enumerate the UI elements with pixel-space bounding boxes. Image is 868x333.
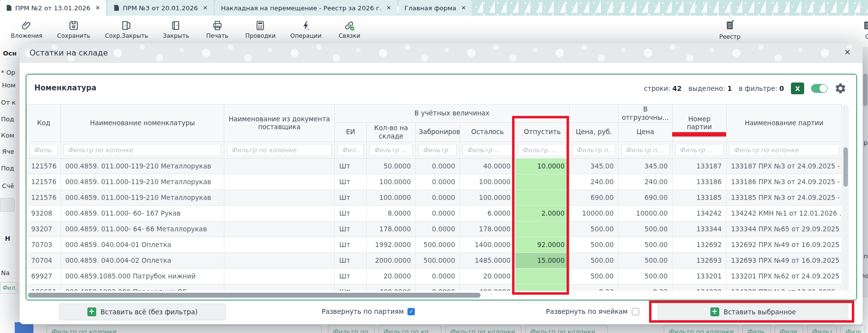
- cell-release[interactable]: [515, 221, 570, 237]
- cell-release[interactable]: [515, 174, 570, 190]
- cell-code[interactable]: 121576: [27, 174, 61, 190]
- insert-selected-button[interactable]: + Вставить выбранное: [658, 304, 848, 320]
- cell-price-rub[interactable]: 8.33: [570, 284, 619, 291]
- toolbar-registry-button[interactable]: Реестр: [719, 19, 740, 40]
- cell-unit[interactable]: Шт: [335, 221, 367, 237]
- cell-qty-stock[interactable]: 100.0000: [367, 174, 416, 190]
- cell-name[interactable]: 000.4859.1085.000 Патрубок нижний: [61, 268, 224, 284]
- filter-input-code[interactable]: [29, 144, 58, 156]
- cell-reserved[interactable]: 0.0000: [416, 158, 460, 174]
- cell-code[interactable]: 121576: [27, 158, 61, 174]
- cell-supplier-name[interactable]: [224, 190, 335, 205]
- cell-supplier-name[interactable]: [224, 237, 335, 252]
- table-row[interactable]: 121576000.4859. 011.000-119-210 Металлор…: [27, 158, 842, 174]
- cell-party-name[interactable]: 132692 ПРХ №49 от 16.09.2025 ...: [727, 237, 842, 252]
- expand-parties-checkbox[interactable]: ✓: [407, 308, 415, 315]
- cell-price-ship[interactable]: 690.00: [619, 190, 673, 205]
- dialog-close-icon[interactable]: ✕: [844, 48, 851, 57]
- cell-remaining[interactable]: 100.0000: [460, 174, 515, 190]
- cell-unit[interactable]: Шт: [335, 205, 367, 221]
- cell-name[interactable]: 000.4859. 011.000-119-210 Металлорукав: [61, 158, 224, 174]
- tab-4[interactable]: Главная форма✕: [399, 0, 472, 16]
- cell-name[interactable]: 000.4859. 011.000- 64- 66 Металлорукав: [61, 221, 224, 237]
- cell-code[interactable]: 93207: [27, 221, 61, 237]
- background-filter-input[interactable]: [807, 325, 837, 333]
- cell-party-number[interactable]: 133185: [673, 190, 727, 205]
- tab-close-icon[interactable]: ✕: [386, 4, 391, 11]
- cell-code[interactable]: 93208: [27, 205, 61, 221]
- cell-price-ship[interactable]: 500.00: [619, 268, 673, 284]
- cell-price-rub[interactable]: 500.00: [570, 268, 619, 284]
- toolbar-close-button[interactable]: Закрыть: [163, 19, 190, 39]
- cell-party-name[interactable]: 134229 ПРХ №2 от 12.01.2026 - ...: [727, 284, 842, 291]
- cell-price-rub[interactable]: 690.00: [570, 190, 619, 205]
- cell-remaining[interactable]: 1400.0000: [460, 237, 515, 252]
- cell-party-name[interactable]: 133344 ПРХ №65 от 29.09.2025 ...: [727, 221, 842, 237]
- cell-party-name[interactable]: 133187 ПРХ №3 от 24.09.2025 - ...: [727, 158, 842, 174]
- cell-release[interactable]: [515, 284, 570, 291]
- tab-close-icon[interactable]: ✕: [461, 4, 466, 11]
- toolbar-cut-off-item-button[interactable]: О: [862, 19, 868, 40]
- cell-remaining[interactable]: 100.0000: [460, 190, 515, 205]
- toolbar-save-and-close-button[interactable]: Сохр.Закрыть: [105, 19, 148, 39]
- toolbar-attachments-button[interactable]: Вложения: [11, 19, 42, 39]
- cell-name[interactable]: 000.4859. 040.004-02 Оплетка: [61, 252, 224, 268]
- table-row[interactable]: 69927000.4859.1085.000 Патрубок нижнийШт…: [27, 268, 842, 284]
- cell-name[interactable]: 000.4859. 011.000-119-210 Металлорукав: [61, 190, 224, 205]
- cell-price-rub[interactable]: 345.00: [570, 158, 619, 174]
- filter-input-qty-stock[interactable]: [369, 144, 413, 156]
- cell-party-number[interactable]: 133344: [673, 221, 727, 237]
- settings-gear-icon[interactable]: [835, 83, 846, 94]
- filter-input-party-name[interactable]: [729, 144, 839, 156]
- filter-toggle[interactable]: [811, 84, 828, 93]
- cell-unit[interactable]: Шт: [335, 237, 367, 252]
- cell-price-ship[interactable]: 8.33: [619, 284, 673, 291]
- cell-supplier-name[interactable]: [224, 252, 335, 268]
- cell-party-number[interactable]: 133186: [673, 174, 727, 190]
- cell-supplier-name[interactable]: [224, 284, 335, 291]
- cell-unit[interactable]: Шт: [335, 158, 367, 174]
- filter-input-supplier-name[interactable]: [227, 144, 332, 156]
- tab-close-icon[interactable]: ✕: [203, 4, 208, 11]
- cell-reserved[interactable]: 0.0000: [416, 190, 460, 205]
- cell-price-rub[interactable]: 240.00: [570, 174, 619, 190]
- cell-code[interactable]: 121576: [27, 190, 61, 205]
- cell-party-number[interactable]: 132693: [673, 252, 727, 268]
- cell-release[interactable]: 92.0000: [515, 237, 570, 252]
- cell-qty-stock[interactable]: 178.0000: [367, 221, 416, 237]
- cell-price-rub[interactable]: 500.00: [570, 237, 619, 252]
- cell-supplier-name[interactable]: [224, 205, 335, 221]
- background-filter-input[interactable]: [328, 325, 375, 333]
- toolbar-print-button[interactable]: Печать: [204, 19, 231, 39]
- cell-qty-stock[interactable]: 8.0000: [367, 205, 416, 221]
- background-filter-input[interactable]: [664, 325, 738, 333]
- background-filter-input[interactable]: [742, 325, 771, 333]
- cell-qty-stock[interactable]: 20.0000: [367, 268, 416, 284]
- cell-qty-stock[interactable]: 2000.0000: [367, 252, 416, 268]
- filter-input-price-ship[interactable]: [621, 144, 670, 156]
- filter-input-remaining[interactable]: [462, 144, 513, 156]
- background-filter-input[interactable]: [841, 325, 865, 333]
- expand-parties-option[interactable]: Развернуть по партиям ✓: [322, 307, 415, 315]
- background-filter-input[interactable]: [775, 325, 803, 333]
- background-filter-input[interactable]: [445, 325, 521, 333]
- cell-remaining[interactable]: 20.0000: [460, 268, 515, 284]
- cell-qty-stock[interactable]: 100.0000: [367, 190, 416, 205]
- cell-price-ship[interactable]: 500.00: [619, 252, 673, 268]
- cell-reserved[interactable]: 500.0000: [416, 237, 460, 252]
- table-row[interactable]: 93208000.4859. 011.000- 60- 167 РукавШт8…: [27, 205, 842, 221]
- cell-price-ship[interactable]: 500.00: [619, 237, 673, 252]
- cell-supplier-name[interactable]: [224, 268, 335, 284]
- cell-reserved[interactable]: 0.0000: [416, 268, 460, 284]
- toolbar-links-button[interactable]: Связки: [336, 19, 363, 39]
- cell-price-ship[interactable]: 240.00: [619, 174, 673, 190]
- cell-remaining[interactable]: 178.0000: [460, 221, 515, 237]
- cell-party-number[interactable]: 133201: [673, 268, 727, 284]
- cell-unit[interactable]: Шт: [335, 174, 367, 190]
- cell-price-rub[interactable]: 500.00: [570, 221, 619, 237]
- cell-release[interactable]: [515, 190, 570, 205]
- table-row[interactable]: 93207000.4859. 011.000- 64- 66 Металлору…: [27, 221, 842, 237]
- cell-party-name[interactable]: 133185 ПРХ №3 от 24.09.2025 - ...: [727, 190, 842, 205]
- table-row[interactable]: 126651000.4859.1992.000 Переходник ОГШт4…: [27, 284, 842, 291]
- cell-price-rub[interactable]: 10000.00: [570, 205, 619, 221]
